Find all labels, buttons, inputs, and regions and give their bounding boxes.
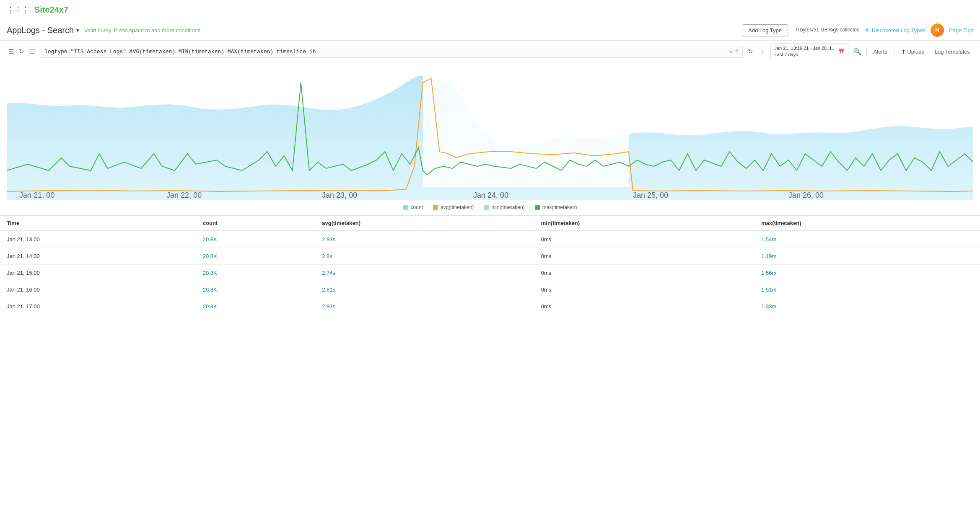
legend-max-label: max(timetaken) [542, 204, 577, 210]
cell-count-1[interactable]: 20.8K [196, 248, 316, 264]
x-label-jan26: Jan 26, 00 [788, 191, 824, 199]
results-table: Time count avg(timetaken) min(timetaken)… [0, 216, 980, 315]
x-label-jan25: Jan 25, 00 [633, 191, 668, 199]
table-row: Jan 21, 13:00 20.8K 2.83s 0ms 1.54m [0, 231, 980, 248]
cell-max-4[interactable]: 1.33m [754, 298, 980, 315]
cell-max-1[interactable]: 1.19m [754, 248, 980, 264]
table-row: Jan 21, 14:00 20.8K 2.8s 0ms 1.19m [0, 248, 980, 264]
table-row: Jan 21, 15:00 20.8K 2.74s 0ms 1.56m [0, 264, 980, 281]
col-header-time: Time [0, 216, 196, 231]
legend-count-color [403, 205, 408, 210]
page-title-text: AppLogs - Search [7, 26, 74, 35]
main-chart: Jan 21, 00 Jan 22, 00 Jan 23, 00 Jan 24,… [7, 70, 973, 200]
cell-count-4[interactable]: 20.8K [196, 298, 316, 315]
search-bar: ☰ ↻ ☐ logtype="IIS Access Logs" AVG(time… [0, 41, 980, 63]
table-row: Jan 21, 16:00 20.8K 2.81s 0ms 1.51m [0, 281, 980, 298]
avatar[interactable]: N [931, 23, 944, 37]
cell-time-1: Jan 21, 14:00 [0, 248, 196, 264]
col-header-count: count [196, 216, 316, 231]
discovered-log-types-link[interactable]: 👁 Discovered Log Types [865, 27, 926, 34]
top-nav: ⋮⋮⋮ Site24x7 [0, 0, 980, 20]
cell-avg-3[interactable]: 2.81s [315, 281, 534, 298]
cell-max-2[interactable]: 1.56m [754, 264, 980, 281]
chart-svg-wrap: Jan 21, 00 Jan 22, 00 Jan 23, 00 Jan 24,… [7, 70, 973, 201]
search-button[interactable]: 🔍 [852, 47, 863, 56]
cell-count-2[interactable]: 20.8K [196, 264, 316, 281]
query-input-box[interactable]: logtype="IIS Access Logs" AVG(timetaken)… [40, 46, 743, 58]
cell-time-4: Jan 21, 17:00 [0, 298, 196, 315]
search-toolbar-icons: ☰ ↻ ☐ [7, 47, 36, 56]
log-templates-button[interactable]: Log Templates [931, 47, 973, 57]
alerts-button[interactable]: Alerts [870, 47, 891, 57]
x-label-jan24: Jan 24, 00 [473, 191, 508, 199]
query-text: logtype="IIS Access Logs" AVG(timetaken)… [44, 49, 726, 55]
legend-avg-color [433, 205, 438, 210]
chart-legend: count avg(timetaken) min(timetaken) max(… [7, 201, 973, 212]
col-header-min: min(timetaken) [534, 216, 754, 231]
chart-highlight-area [423, 70, 629, 187]
divider-2 [894, 46, 894, 57]
legend-max: max(timetaken) [535, 204, 577, 210]
list-view-button[interactable]: ☰ [7, 47, 16, 56]
add-log-type-button[interactable]: Add Log Type [742, 24, 788, 36]
cell-time-2: Jan 21, 15:00 [0, 264, 196, 281]
cell-min-3: 0ms [534, 281, 754, 298]
legend-min-color [484, 205, 489, 210]
page-title: AppLogs - Search ▾ [7, 26, 79, 35]
cell-min-1: 0ms [534, 248, 754, 264]
query-help-icon[interactable]: ? [735, 49, 739, 55]
cell-time-3: Jan 21, 16:00 [0, 281, 196, 298]
legend-min-label: min(timetaken) [491, 204, 524, 210]
cell-avg-1[interactable]: 2.8s [315, 248, 534, 264]
legend-min: min(timetaken) [484, 204, 524, 210]
legend-avg-label: avg(timetaken) [441, 204, 474, 210]
search-refresh-button[interactable]: ↻ [746, 47, 755, 56]
table-row: Jan 21, 17:00 20.8K 2.83s 0ms 1.33m [0, 298, 980, 315]
data-table-area: Time count avg(timetaken) min(timetaken)… [0, 216, 980, 315]
title-dropdown-icon[interactable]: ▾ [76, 27, 79, 34]
table-header-row: Time count avg(timetaken) min(timetaken)… [0, 216, 980, 231]
cell-avg-4[interactable]: 2.83s [315, 298, 534, 315]
cell-count-0[interactable]: 20.8K [196, 231, 316, 248]
col-header-max: max(timetaken) [754, 216, 980, 231]
cell-min-0: 0ms [534, 231, 754, 248]
discovered-label: Discovered Log Types [872, 27, 926, 34]
favorite-button[interactable]: ☆ [758, 47, 767, 56]
cell-min-4: 0ms [534, 298, 754, 315]
date-range-selector[interactable]: Jan 21, 13:19:21 - Jan 28, 1... Last 7 d… [770, 43, 848, 60]
x-label-jan21: Jan 21, 00 [19, 191, 54, 199]
upload-button[interactable]: ⬆ Upload [898, 47, 928, 57]
cell-count-3[interactable]: 20.8K [196, 281, 316, 298]
cell-min-2: 0ms [534, 264, 754, 281]
eye-icon: 👁 [865, 27, 870, 34]
page-tips-link[interactable]: Page Tips [949, 27, 973, 34]
legend-avg: avg(timetaken) [433, 204, 474, 210]
cell-max-0[interactable]: 1.54m [754, 231, 980, 248]
cell-avg-2[interactable]: 2.74s [315, 264, 534, 281]
divider-1 [866, 46, 867, 57]
logs-collected-info: · 0 bytes/51 GB logs collected [793, 27, 860, 34]
chart-container: Jan 21, 00 Jan 22, 00 Jan 23, 00 Jan 24,… [0, 63, 980, 216]
legend-count-label: count [411, 204, 423, 210]
copy-button[interactable]: ☐ [28, 47, 36, 56]
legend-max-color [535, 205, 540, 210]
site-logo: Site24x7 [34, 5, 68, 15]
date-range-text: Jan 21, 13:19:21 - Jan 28, 1... Last 7 d… [774, 45, 835, 58]
cell-max-3[interactable]: 1.51m [754, 281, 980, 298]
cell-avg-0[interactable]: 2.83s [315, 231, 534, 248]
valid-query-message: Valid query. Press space to add more con… [84, 27, 202, 34]
legend-count: count [403, 204, 423, 210]
cell-time-0: Jan 21, 13:00 [0, 231, 196, 248]
refresh-history-button[interactable]: ↻ [17, 47, 26, 56]
col-header-avg: avg(timetaken) [315, 216, 534, 231]
x-label-jan22: Jan 22, 00 [166, 191, 202, 199]
query-clear-icon[interactable]: ✕ [729, 48, 732, 55]
x-label-jan23: Jan 23, 00 [322, 191, 357, 199]
calendar-icon[interactable]: 📅 [838, 49, 845, 54]
header-row: AppLogs - Search ▾ Valid query. Press sp… [0, 20, 980, 41]
grid-menu-icon[interactable]: ⋮⋮⋮ [7, 5, 29, 15]
